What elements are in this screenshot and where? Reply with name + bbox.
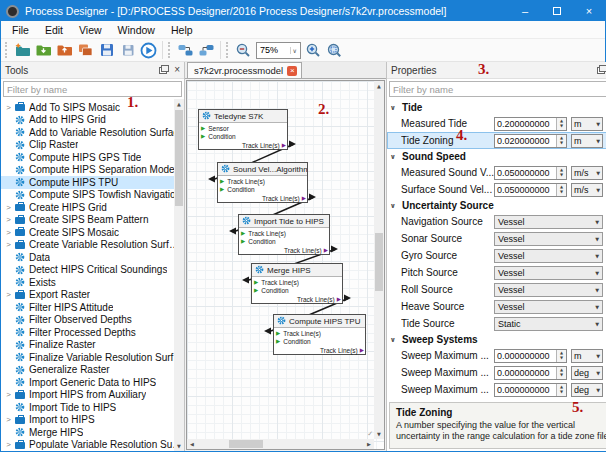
unit-dropdown[interactable]: m/s▼: [571, 166, 603, 180]
chevron-down-icon[interactable]: ∨: [390, 153, 398, 161]
spinner-buttons[interactable]: ▲▼: [556, 135, 566, 147]
source-dropdown[interactable]: Vessel▼: [494, 283, 603, 297]
input-port-icon[interactable]: ▶: [241, 231, 245, 237]
tab-close-icon[interactable]: ×: [287, 66, 297, 76]
tools-list-item[interactable]: >Import HIPS from Auxiliary: [1, 389, 184, 402]
value-spinbox[interactable]: 0.050000000▲▼: [494, 183, 567, 197]
chevron-down-icon[interactable]: ∨: [390, 202, 398, 210]
input-port-icon[interactable]: ▶: [201, 126, 205, 132]
scroll-up-icon[interactable]: ▲: [374, 81, 384, 91]
spinner-buttons[interactable]: ▲▼: [556, 184, 566, 196]
tools-list-item[interactable]: Add to Variable Resolution Surface: [1, 126, 184, 139]
chevron-right-icon[interactable]: >: [4, 290, 13, 299]
unit-dropdown[interactable]: deg▼: [571, 383, 603, 397]
export-process-model-button[interactable]: [54, 40, 75, 61]
source-dropdown[interactable]: Vessel▼: [494, 266, 603, 280]
zoom-in-button[interactable]: [303, 40, 324, 61]
unit-dropdown[interactable]: m▼: [571, 349, 603, 363]
chevron-right-icon[interactable]: >: [4, 228, 13, 237]
output-port-icon[interactable]: ▶: [302, 196, 306, 202]
input-port-icon[interactable]: ▶: [276, 339, 280, 345]
process-model-canvas[interactable]: ✓ ▲ ▼ ◀ ▶ Teledyne S7K▶Sensor▶ConditionT…: [187, 81, 384, 449]
toolbar-drag-handle[interactable]: [5, 42, 8, 58]
menu-edit[interactable]: Edit: [37, 24, 71, 36]
spinner-buttons[interactable]: ▲▼: [556, 367, 566, 379]
tools-filter-input[interactable]: [3, 81, 182, 97]
tools-list-item[interactable]: Filter Observed Depths: [1, 314, 184, 327]
chevron-right-icon[interactable]: >: [4, 390, 13, 399]
property-section-header[interactable]: ∨Tide: [387, 100, 606, 115]
scrollbar-thumb[interactable]: [375, 233, 383, 291]
source-dropdown[interactable]: Vessel▼: [494, 300, 603, 314]
tools-list-item[interactable]: >Create HIPS Grid: [1, 201, 184, 214]
tools-list-item[interactable]: Compute SIPS Towfish Navigation: [1, 189, 184, 202]
menu-window[interactable]: Window: [110, 24, 163, 36]
canvas-vertical-scrollbar[interactable]: ▲ ▼: [374, 81, 384, 439]
maximize-button[interactable]: [541, 1, 573, 21]
property-section-header[interactable]: ∨Uncertainty Source: [387, 198, 606, 213]
chevron-right-icon[interactable]: >: [4, 215, 13, 224]
minimize-button[interactable]: –: [509, 1, 541, 21]
auto-connect-all-button[interactable]: [196, 40, 217, 61]
tools-list-item[interactable]: Detect HIPS Critical Soundings: [1, 264, 184, 277]
input-port-icon[interactable]: ▶: [254, 280, 258, 286]
scroll-up-icon[interactable]: ▲: [174, 99, 184, 109]
spinner-buttons[interactable]: ▲▼: [556, 118, 566, 130]
tools-list-item[interactable]: Data: [1, 251, 184, 264]
input-port-icon[interactable]: ▶: [220, 187, 224, 193]
scroll-down-icon[interactable]: ▼: [174, 441, 184, 451]
chevron-down-icon[interactable]: ∨: [390, 104, 398, 112]
float-panel-icon[interactable]: [159, 67, 167, 74]
scrollbar-thumb[interactable]: [229, 440, 263, 448]
output-port-icon[interactable]: ▶: [324, 248, 328, 254]
close-button[interactable]: ×: [573, 1, 605, 21]
menu-help[interactable]: Help: [163, 24, 201, 36]
tools-list-item[interactable]: Import Generic Data to HIPS: [1, 376, 184, 389]
tools-list-item[interactable]: Compute HIPS GPS Tide: [1, 151, 184, 164]
chevron-right-icon[interactable]: >: [4, 415, 13, 424]
zoom-level-combobox[interactable]: 75% ∨: [256, 42, 301, 59]
tools-list-item[interactable]: Add to HIPS Grid: [1, 114, 184, 127]
tools-list-item[interactable]: Filter HIPS Attitude: [1, 301, 184, 314]
tools-list-item[interactable]: Clip Raster: [1, 139, 184, 152]
run-process-button[interactable]: [138, 40, 159, 61]
process-node[interactable]: Merge HIPS▶Track Line(s)▶ConditionTrack …: [251, 263, 343, 304]
tools-list-item[interactable]: Exists: [1, 276, 184, 289]
scroll-left-icon[interactable]: ◀: [187, 439, 197, 449]
tab-s7k2vr-processmodel[interactable]: s7k2vr.processmodel ×: [187, 62, 302, 78]
tools-list-item[interactable]: >Add To SIPS Mosaic: [1, 101, 184, 114]
input-port-icon[interactable]: ▶: [241, 239, 245, 245]
process-node[interactable]: Compute HIPS TPU▶Track Line(s)▶Condition…: [273, 314, 366, 355]
save-as-button[interactable]: [117, 40, 138, 61]
tools-list-item[interactable]: Compute HIPS TPU: [1, 176, 184, 189]
toolbar-drag-handle[interactable]: [226, 42, 229, 58]
unit-dropdown[interactable]: m▼: [571, 134, 603, 148]
tools-list-item[interactable]: >Export Raster: [1, 289, 184, 302]
value-spinbox[interactable]: 0.200000000▲▼: [494, 117, 567, 131]
spinner-buttons[interactable]: ▲▼: [556, 384, 566, 396]
chevron-down-icon[interactable]: ∨: [390, 336, 398, 344]
tools-list-item[interactable]: Merge HIPS: [1, 426, 184, 439]
output-port-icon[interactable]: ▶: [360, 348, 364, 354]
menu-file[interactable]: File: [4, 24, 37, 36]
property-section-header[interactable]: ∨Sweep Systems: [387, 332, 606, 347]
input-port-icon[interactable]: ▶: [254, 288, 258, 294]
tools-list-item[interactable]: >Import to HIPS: [1, 414, 184, 427]
value-spinbox[interactable]: 0.000000000▲▼: [494, 349, 567, 363]
tools-list-item[interactable]: Generalize Raster: [1, 364, 184, 377]
scroll-right-icon[interactable]: ▶: [364, 439, 374, 449]
chevron-right-icon[interactable]: >: [4, 103, 13, 112]
zoom-out-button[interactable]: [233, 40, 254, 61]
save-button[interactable]: [96, 40, 117, 61]
source-dropdown[interactable]: Static▼: [494, 317, 603, 331]
unit-dropdown[interactable]: deg▼: [571, 366, 603, 380]
source-dropdown[interactable]: Vessel▼: [494, 215, 603, 229]
chevron-right-icon[interactable]: >: [4, 240, 13, 249]
process-node[interactable]: Sound Vel...Algorithm▶Track Line(s)▶Cond…: [217, 162, 308, 203]
output-port-icon[interactable]: ▶: [337, 297, 341, 303]
auto-connect-button[interactable]: [175, 40, 196, 61]
value-spinbox[interactable]: 0.020000000▲▼: [494, 134, 567, 148]
tools-list-item[interactable]: >Create SIPS Mosaic: [1, 226, 184, 239]
unit-dropdown[interactable]: m/s▼: [571, 183, 603, 197]
value-spinbox[interactable]: 0.050000000▲▼: [494, 166, 567, 180]
